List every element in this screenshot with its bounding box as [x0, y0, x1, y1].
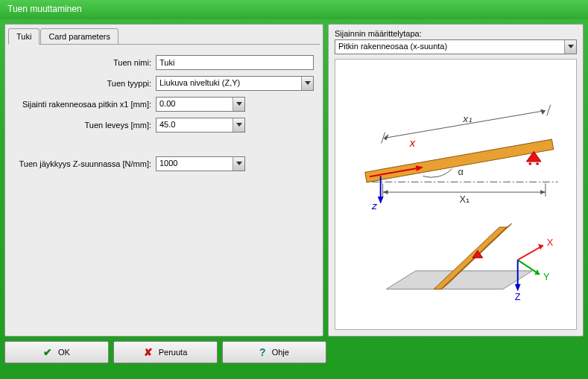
- type-combo[interactable]: Liukuva niveltuki (Z,Y): [156, 76, 314, 91]
- x1-value: 0.00: [157, 98, 233, 111]
- ok-label: OK: [58, 348, 70, 357]
- axis-y-label: Y: [543, 271, 550, 282]
- x1-label: Sijainti rakenneosaa pitkin x1 [mm]:: [14, 100, 156, 109]
- diag-x1-label: x₁: [462, 113, 472, 124]
- check-icon: ✔: [43, 346, 52, 358]
- location-method-value: Pitkin rakenneosaa (x-suunta): [335, 40, 564, 54]
- button-bar: ✔ OK ✘ Peruuta ? Ohje: [0, 341, 588, 368]
- window-title: Tuen muuttaminen: [7, 4, 82, 14]
- cross-icon: ✘: [144, 346, 153, 358]
- svg-marker-5: [540, 109, 546, 115]
- diag-z-label: z: [371, 200, 377, 211]
- name-input[interactable]: [156, 55, 314, 70]
- tab-tuki[interactable]: Tuki: [8, 28, 39, 45]
- svg-point-16: [536, 162, 539, 165]
- width-label: Tuen leveys [mm]:: [14, 121, 156, 130]
- help-button[interactable]: ? Ohje: [222, 341, 326, 363]
- chevron-down-icon[interactable]: [564, 40, 576, 54]
- svg-line-7: [547, 105, 551, 116]
- axis-x-label: X: [547, 237, 554, 248]
- svg-marker-24: [538, 244, 543, 250]
- svg-line-23: [518, 246, 543, 261]
- stiffness-combo[interactable]: 1000: [156, 156, 245, 171]
- svg-marker-19: [387, 271, 533, 289]
- tab-body: Tuen nimi: Tuen tyyppi: Liukuva niveltuk…: [8, 44, 320, 336]
- ok-button[interactable]: ✔ OK: [4, 341, 109, 363]
- diagram: x x₁ α: [335, 59, 577, 330]
- window-titlebar: Tuen muuttaminen: [0, 0, 588, 19]
- name-label: Tuen nimi:: [14, 58, 156, 67]
- chevron-down-icon[interactable]: [233, 157, 244, 171]
- tab-strip: Tuki Card parameters: [5, 25, 323, 44]
- svg-point-15: [528, 162, 531, 165]
- cancel-button[interactable]: ✘ Peruuta: [113, 341, 218, 363]
- svg-marker-11: [540, 190, 546, 194]
- type-value: Liukuva niveltuki (Z,Y): [157, 77, 301, 90]
- help-icon: ?: [259, 346, 266, 358]
- width-value: 45.0: [157, 118, 233, 132]
- type-label: Tuen tyyppi:: [14, 79, 156, 88]
- location-method-combo[interactable]: Pitkin rakenneosaa (x-suunta): [335, 39, 577, 54]
- stiffness-value: 1000: [157, 157, 233, 171]
- chevron-down-icon[interactable]: [301, 77, 313, 90]
- cancel-label: Peruuta: [159, 348, 188, 357]
- chevron-down-icon[interactable]: [233, 118, 244, 132]
- stiffness-label: Tuen jäykkyys Z-suunnassa [N/mm]:: [14, 159, 156, 168]
- tab-card-parameters[interactable]: Card parameters: [40, 28, 118, 45]
- tab-label: Card parameters: [48, 32, 110, 41]
- axis-z-label: Z: [515, 291, 521, 302]
- width-combo[interactable]: 45.0: [156, 118, 245, 133]
- svg-marker-10: [383, 190, 388, 194]
- right-panel: Sijainnin määrittelytapa: Pitkin rakenne…: [328, 24, 584, 337]
- help-label: Ohje: [272, 348, 289, 357]
- svg-marker-28: [515, 284, 521, 291]
- svg-marker-18: [378, 197, 384, 204]
- location-method-label: Sijainnin määrittelytapa:: [329, 25, 583, 39]
- diag-X1-label: X₁: [459, 194, 469, 205]
- chevron-down-icon[interactable]: [233, 98, 244, 111]
- diag-alpha-label: α: [458, 166, 463, 177]
- diag-x-label: x: [409, 137, 416, 149]
- x1-combo[interactable]: 0.00: [156, 97, 245, 112]
- left-panel: Tuki Card parameters Tuen nimi: Tuen tyy…: [4, 24, 323, 337]
- tab-label: Tuki: [16, 32, 31, 41]
